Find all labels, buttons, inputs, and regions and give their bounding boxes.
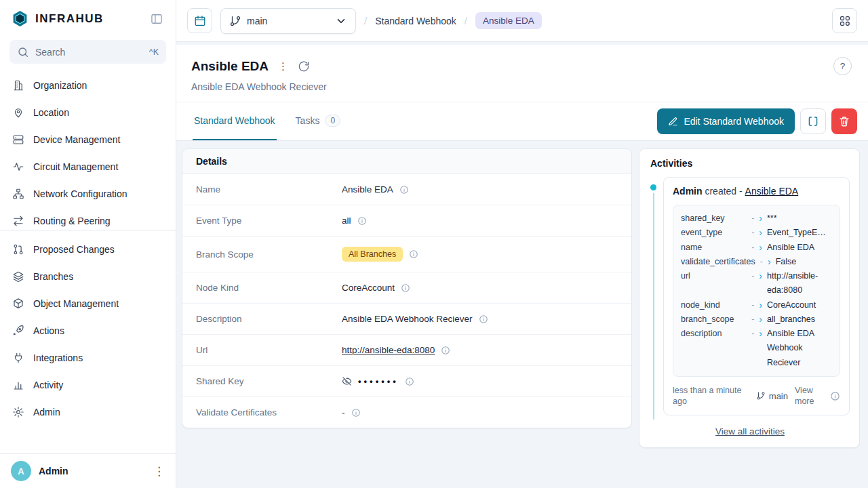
view-more-link[interactable]: View more <box>795 385 823 407</box>
info-icon[interactable] <box>351 408 361 418</box>
sidebar-item-actions[interactable]: Actions <box>0 317 176 344</box>
sidebar-item-label: Circuit Management <box>33 161 118 172</box>
sidebar-item-activity[interactable]: Activity <box>0 371 176 399</box>
masked-secret-value: ••••••• <box>358 376 399 386</box>
info-icon[interactable] <box>357 216 367 226</box>
url-link[interactable]: http://ansible-eda:8080 <box>342 345 435 355</box>
sidebar-nav-primary: Organization Location Device Management … <box>0 72 176 230</box>
tab-standard-webhook[interactable]: Standard Webhook <box>193 102 277 140</box>
sidebar-item-network-configuration[interactable]: Network Configuration <box>0 180 176 207</box>
detail-label: Name <box>196 184 342 195</box>
sidebar-item-proposed-changes[interactable]: Proposed Changes <box>0 236 176 263</box>
old-value-dash: - <box>760 255 763 269</box>
collapse-sidebar-icon[interactable] <box>149 11 165 27</box>
property-row: name - › Ansible EDA <box>681 241 832 255</box>
old-value-dash: - <box>751 226 754 240</box>
chevron-right-icon: › <box>759 298 762 312</box>
info-icon[interactable] <box>405 377 414 386</box>
sidebar-item-admin[interactable]: Admin <box>0 399 176 426</box>
search-icon <box>17 46 29 58</box>
sidebar-item-device-management[interactable]: Device Management <box>0 126 176 153</box>
detail-value: Ansible EDA Webhook Reciever <box>342 314 473 324</box>
delete-button[interactable] <box>831 108 857 134</box>
breadcrumb-standard-webhook[interactable]: Standard Webhook <box>375 16 456 26</box>
info-icon[interactable] <box>479 314 488 324</box>
old-value-dash: - <box>751 327 754 341</box>
sidebar-item-branches[interactable]: Branches <box>0 263 176 290</box>
branch-scope-badge: All Branches <box>342 247 403 262</box>
activity-object-link[interactable]: Ansible EDA <box>745 186 799 197</box>
sidebar-item-circuit-management[interactable]: Circuit Management <box>0 153 176 180</box>
info-icon[interactable] <box>399 185 409 195</box>
calendar-icon <box>194 15 206 27</box>
detail-label: Branch Scope <box>196 249 342 260</box>
git-branch-icon <box>229 15 241 27</box>
sidebar-item-label: Integrations <box>33 352 83 363</box>
sidebar-item-routing-peering[interactable]: Routing & Peering <box>0 207 176 230</box>
property-row: url - › http://ansible-eda:8080 <box>681 269 832 298</box>
old-value-dash: - <box>751 312 754 327</box>
property-value: http://ansible-eda:8080 <box>767 269 832 298</box>
activity-title: Admin created - Ansible EDA <box>673 186 840 197</box>
property-value: Ansible EDA Webhook Reciever <box>767 327 832 370</box>
sidebar-item-integrations[interactable]: Integrations <box>0 344 176 371</box>
reveal-secret-button[interactable] <box>342 376 352 386</box>
info-icon[interactable] <box>401 283 410 293</box>
breadcrumb-current-page[interactable]: Ansible EDA <box>475 12 542 29</box>
timeline-rail <box>650 177 656 415</box>
refresh-icon[interactable] <box>298 60 310 73</box>
info-icon[interactable] <box>441 346 450 355</box>
apps-button[interactable] <box>832 8 857 33</box>
property-row: description - › Ansible EDA Webhook Reci… <box>681 327 832 370</box>
property-name: name <box>681 241 747 255</box>
info-icon[interactable] <box>409 249 418 259</box>
activity-branch-name: main <box>769 391 788 401</box>
view-all-activities-link[interactable]: View all activities <box>715 426 785 436</box>
page-subtitle: Ansible EDA Webhook Reciever <box>191 81 852 92</box>
property-value: Event_TypeE… <box>767 226 832 240</box>
sidebar-nav-secondary: Proposed Changes Branches Object Managem… <box>0 236 176 453</box>
title-kebab-icon[interactable]: ⋮ <box>278 60 288 73</box>
timeline-line <box>653 193 654 420</box>
detail-label: Description <box>196 314 342 324</box>
sidebar-item-location[interactable]: Location <box>0 99 176 126</box>
search-placeholder: Search <box>35 47 143 58</box>
property-name: url <box>681 269 747 283</box>
detail-row-event-type: Event Type all <box>182 205 631 237</box>
gear-icon <box>12 406 24 418</box>
details-card: Details Name Ansible EDA Event Type all <box>182 148 632 428</box>
sidebar-item-label: Organization <box>33 80 87 91</box>
schedule-button[interactable] <box>187 8 212 33</box>
user-menu-kebab-icon[interactable]: ⋮ <box>153 466 165 477</box>
logo-row: INFRAHUB <box>0 0 176 36</box>
property-name: branch_scope <box>681 312 747 327</box>
chevron-right-icon: › <box>759 226 762 240</box>
infrahub-logo-icon <box>11 9 29 28</box>
sidebar-item-organization[interactable]: Organization <box>0 72 176 99</box>
sidebar-divider <box>0 230 176 230</box>
detail-value: all <box>342 216 351 226</box>
branch-selector[interactable]: main <box>220 8 356 34</box>
activity-footer: less than a minute ago main View more <box>673 385 840 407</box>
chart-bar-icon <box>12 379 24 391</box>
help-button[interactable]: ? <box>833 57 852 75</box>
sidebar-item-label: Proposed Changes <box>33 244 115 255</box>
detail-row-url: Url http://ansible-eda:8080 <box>182 335 631 366</box>
activity-branch: main <box>756 391 788 401</box>
wave-icon <box>12 161 24 173</box>
code-view-button[interactable] <box>800 108 826 134</box>
sidebar-item-object-management[interactable]: Object Management <box>0 290 176 317</box>
search-input[interactable]: Search ^K <box>9 40 166 64</box>
detail-value: CoreAccount <box>342 283 395 293</box>
git-pull-request-icon <box>12 243 24 256</box>
info-icon[interactable] <box>830 391 840 401</box>
code-view-icon <box>807 115 819 127</box>
chevron-right-icon: › <box>759 269 762 283</box>
page-title: Ansible EDA <box>191 59 269 74</box>
sidebar-item-label: Object Management <box>33 298 119 309</box>
content-area: Details Name Ansible EDA Event Type all <box>176 141 868 488</box>
edit-standard-webhook-button[interactable]: Edit Standard Webhook <box>657 108 795 134</box>
activity-properties: shared_key - › *** event_type - › Event_ <box>673 205 840 377</box>
tab-tasks[interactable]: Tasks 0 <box>294 102 342 140</box>
tasks-count-badge: 0 <box>325 115 340 127</box>
